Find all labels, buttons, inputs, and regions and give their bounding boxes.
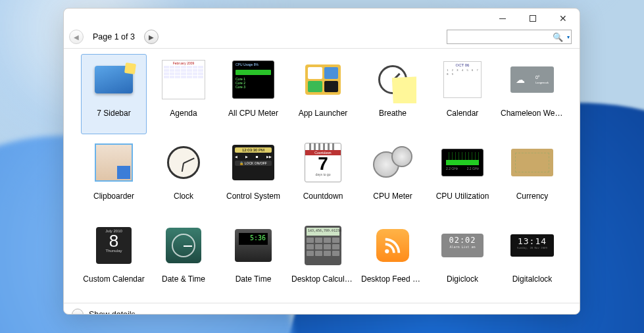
clock-icon <box>160 139 207 186</box>
footer: ⌄ Show details <box>64 303 580 315</box>
gadget-item[interactable]: CPU Meter <box>360 137 426 217</box>
close-button[interactable]: ✕ <box>548 9 578 28</box>
gadget-item[interactable]: February 2009 Agenda <box>151 54 216 134</box>
gadget-label: Date Time <box>235 274 272 284</box>
customcal-icon: July 20108Thursday <box>90 222 137 269</box>
gadget-gallery: 7 Sidebar February 2009 Agenda CPU Usage… <box>64 49 580 303</box>
gadget-label: Clipboarder <box>93 192 134 201</box>
gadget-item[interactable]: 02:02Alarm List am Digiclock <box>430 220 495 300</box>
gadget-label: Countdown <box>303 192 343 201</box>
gadget-item[interactable]: Countdown7days to go Countdown <box>290 137 356 217</box>
gadget-label: Digitalclock <box>512 274 553 284</box>
gadget-label: Desktop Feed Reader <box>361 274 424 284</box>
search-box[interactable]: 🔍 ▾ <box>447 30 572 44</box>
sidebar-icon <box>90 56 137 103</box>
datetime-icon <box>160 222 207 269</box>
gadget-item[interactable]: Date & Time <box>151 220 216 300</box>
minimize-button[interactable] <box>487 9 518 28</box>
gadget-gallery-window: ✕ ◀ Page 1 of 3 ▶ 🔍 ▾ 7 Sidebar February… <box>63 8 580 315</box>
currency-icon <box>508 139 556 186</box>
gadget-item[interactable]: 13:14Sunday, 20 Nov 2009 Digitalclock <box>499 220 565 300</box>
maximize-button[interactable] <box>518 9 548 28</box>
rss-icon <box>369 222 416 269</box>
gadget-label: CPU Meter <box>373 192 412 201</box>
page-indicator: Page 1 of 3 <box>93 32 135 41</box>
gadget-item[interactable]: July 20108Thursday Custom Calendar <box>81 220 147 300</box>
search-icon[interactable]: 🔍 <box>553 32 563 42</box>
allcpu-icon: CPU Usage 8%Core 1Core 2Core 3 <box>230 56 277 103</box>
digitalclock-icon: 13:14Sunday, 20 Nov 2009 <box>508 222 556 269</box>
search-dropdown-icon[interactable]: ▾ <box>566 34 571 40</box>
gadget-label: Desktop Calculator <box>291 274 355 284</box>
gadget-label: CPU Utilization <box>436 192 489 201</box>
gadget-item[interactable]: Clipboarder <box>81 137 147 217</box>
cpumeter-icon <box>369 139 416 186</box>
calculator-icon: 143,456,789.01234 <box>299 222 347 269</box>
svg-point-0 <box>385 249 389 253</box>
gadget-item[interactable]: 7 Sidebar <box>81 54 147 134</box>
gadget-label: Date & Time <box>162 274 205 284</box>
digiclock-icon: 02:02Alarm List am <box>439 222 486 269</box>
search-input[interactable] <box>451 31 550 43</box>
gadget-item[interactable]: 12:03:30 PM◀▶⏹▶▶🔒 LOCK ON/OFF Control Sy… <box>220 137 286 217</box>
gadget-label: 7 Sidebar <box>97 109 130 118</box>
breathe-icon <box>369 56 416 103</box>
toolbar: ◀ Page 1 of 3 ▶ 🔍 ▾ <box>64 28 580 49</box>
next-page-button[interactable]: ▶ <box>144 30 159 44</box>
gadget-item[interactable]: Clock <box>151 137 216 217</box>
gadget-label: All CPU Meter <box>228 109 278 118</box>
gadget-item[interactable]: Currency <box>499 137 565 217</box>
gadget-label: Digiclock <box>447 274 478 284</box>
gadget-item[interactable]: OCT 06123456789 Calendar <box>430 54 495 134</box>
gadget-item[interactable]: 2.2 GHz2.2 GHz CPU Utilization <box>430 137 495 217</box>
window-titlebar: ✕ <box>64 9 580 28</box>
agenda-icon: February 2009 <box>160 56 207 103</box>
gadget-item[interactable]: 143,456,789.01234 Desktop Calculator <box>290 220 356 300</box>
gadget-label: Control System <box>226 192 280 201</box>
clipboarder-icon <box>90 139 137 186</box>
gadget-item[interactable]: Desktop Feed Reader <box>360 220 426 300</box>
gadget-label: Clock <box>174 192 193 201</box>
prev-page-button[interactable]: ◀ <box>69 30 84 44</box>
countdown-icon: Countdown7days to go <box>299 139 347 186</box>
gadget-label: App Launcher <box>299 109 348 118</box>
show-details-label[interactable]: Show details <box>89 310 136 315</box>
gadget-item[interactable]: 5:36 Date Time <box>220 220 286 300</box>
gadget-item[interactable]: Breathe <box>360 54 426 134</box>
cpuutil-icon: 2.2 GHz2.2 GHz <box>439 139 486 186</box>
show-details-button[interactable]: ⌄ <box>72 309 84 315</box>
gadget-label: Chameleon Weather <box>501 109 564 118</box>
gadget-label: Currency <box>516 192 549 201</box>
gadget-item[interactable]: CPU Usage 8%Core 1Core 2Core 3 All CPU M… <box>220 54 286 134</box>
gadget-item[interactable]: ☁0°Langemark Chameleon Weather <box>499 54 565 134</box>
datetime2-icon: 5:36 <box>230 222 277 269</box>
weather-icon: ☁0°Langemark <box>508 56 556 103</box>
gadget-label: Agenda <box>170 109 197 118</box>
applauncher-icon <box>299 56 347 103</box>
gadget-label: Calendar <box>447 109 479 118</box>
controlsystem-icon: 12:03:30 PM◀▶⏹▶▶🔒 LOCK ON/OFF <box>230 139 277 186</box>
calendar-icon: OCT 06123456789 <box>439 56 486 103</box>
gadget-label: Custom Calendar <box>83 274 144 284</box>
gadget-item[interactable]: App Launcher <box>290 54 356 134</box>
gadget-label: Breathe <box>379 109 407 118</box>
